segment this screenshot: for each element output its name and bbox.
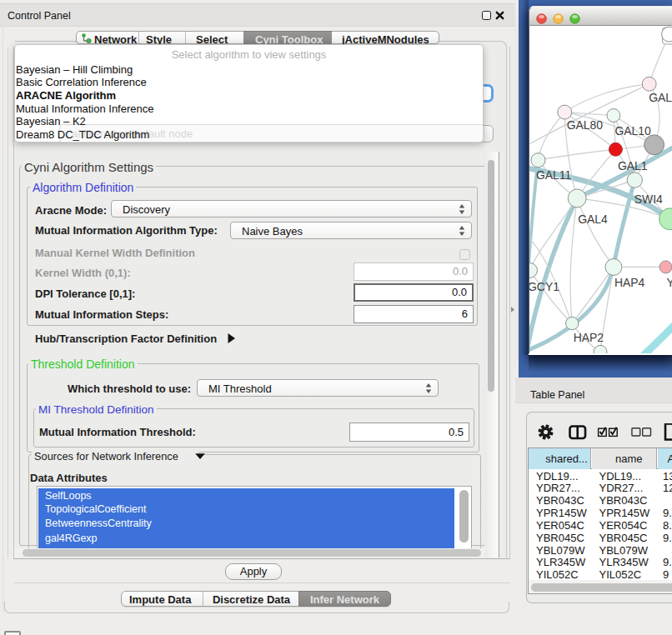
- svg-text:SWI4: SWI4: [634, 192, 663, 206]
- svg-text:GCY1: GCY1: [529, 280, 559, 293]
- svg-text:GAL2: GAL2: [649, 91, 672, 104]
- svg-text:Y: Y: [667, 276, 672, 289]
- svg-text:GAL80: GAL80: [567, 118, 604, 132]
- svg-text:GAL4: GAL4: [578, 212, 608, 226]
- svg-text:HAP4: HAP4: [614, 276, 645, 289]
- svg-text:HAP2: HAP2: [574, 331, 604, 344]
- svg-text:GAL10: GAL10: [614, 124, 651, 138]
- svg-text:GAL1: GAL1: [618, 159, 648, 172]
- svg-text:GAL11: GAL11: [536, 168, 572, 182]
